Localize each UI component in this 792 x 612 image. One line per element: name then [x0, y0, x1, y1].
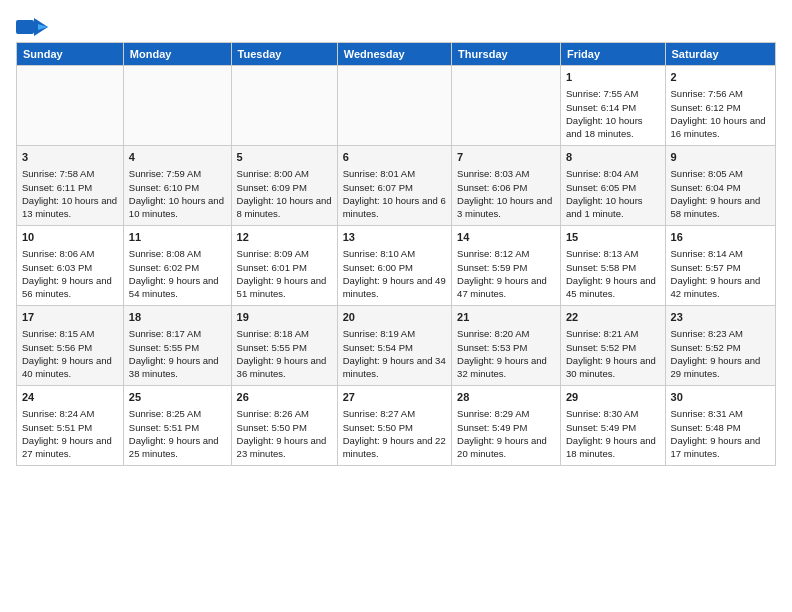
svg-rect-0: [16, 20, 34, 34]
day-info: Sunrise: 8:09 AM Sunset: 6:01 PM Dayligh…: [237, 247, 332, 300]
day-info: Sunrise: 8:20 AM Sunset: 5:53 PM Dayligh…: [457, 327, 555, 380]
day-info: Sunrise: 8:06 AM Sunset: 6:03 PM Dayligh…: [22, 247, 118, 300]
calendar-cell: 15Sunrise: 8:13 AM Sunset: 5:58 PM Dayli…: [560, 226, 665, 306]
calendar-header-monday: Monday: [123, 43, 231, 66]
logo: [16, 16, 50, 38]
day-info: Sunrise: 8:25 AM Sunset: 5:51 PM Dayligh…: [129, 407, 226, 460]
day-number: 13: [343, 230, 446, 245]
calendar-cell: 22Sunrise: 8:21 AM Sunset: 5:52 PM Dayli…: [560, 306, 665, 386]
day-number: 24: [22, 390, 118, 405]
calendar-cell: 16Sunrise: 8:14 AM Sunset: 5:57 PM Dayli…: [665, 226, 775, 306]
day-number: 1: [566, 70, 660, 85]
calendar-cell: [452, 66, 561, 146]
calendar-cell: [337, 66, 451, 146]
calendar-cell: 13Sunrise: 8:10 AM Sunset: 6:00 PM Dayli…: [337, 226, 451, 306]
day-info: Sunrise: 8:00 AM Sunset: 6:09 PM Dayligh…: [237, 167, 332, 220]
calendar-cell: 12Sunrise: 8:09 AM Sunset: 6:01 PM Dayli…: [231, 226, 337, 306]
day-number: 14: [457, 230, 555, 245]
calendar-header-thursday: Thursday: [452, 43, 561, 66]
day-info: Sunrise: 8:04 AM Sunset: 6:05 PM Dayligh…: [566, 167, 660, 220]
day-info: Sunrise: 8:24 AM Sunset: 5:51 PM Dayligh…: [22, 407, 118, 460]
day-number: 11: [129, 230, 226, 245]
calendar-cell: 27Sunrise: 8:27 AM Sunset: 5:50 PM Dayli…: [337, 386, 451, 466]
day-info: Sunrise: 8:12 AM Sunset: 5:59 PM Dayligh…: [457, 247, 555, 300]
calendar-cell: 8Sunrise: 8:04 AM Sunset: 6:05 PM Daylig…: [560, 146, 665, 226]
day-number: 8: [566, 150, 660, 165]
day-number: 23: [671, 310, 770, 325]
calendar-cell: 3Sunrise: 7:58 AM Sunset: 6:11 PM Daylig…: [17, 146, 124, 226]
day-info: Sunrise: 7:58 AM Sunset: 6:11 PM Dayligh…: [22, 167, 118, 220]
calendar-cell: 20Sunrise: 8:19 AM Sunset: 5:54 PM Dayli…: [337, 306, 451, 386]
calendar-cell: 11Sunrise: 8:08 AM Sunset: 6:02 PM Dayli…: [123, 226, 231, 306]
day-info: Sunrise: 8:03 AM Sunset: 6:06 PM Dayligh…: [457, 167, 555, 220]
day-number: 9: [671, 150, 770, 165]
calendar-cell: 19Sunrise: 8:18 AM Sunset: 5:55 PM Dayli…: [231, 306, 337, 386]
day-number: 5: [237, 150, 332, 165]
day-number: 6: [343, 150, 446, 165]
day-info: Sunrise: 7:56 AM Sunset: 6:12 PM Dayligh…: [671, 87, 770, 140]
day-info: Sunrise: 8:29 AM Sunset: 5:49 PM Dayligh…: [457, 407, 555, 460]
day-info: Sunrise: 7:59 AM Sunset: 6:10 PM Dayligh…: [129, 167, 226, 220]
calendar-cell: 26Sunrise: 8:26 AM Sunset: 5:50 PM Dayli…: [231, 386, 337, 466]
calendar-cell: [123, 66, 231, 146]
calendar-header-wednesday: Wednesday: [337, 43, 451, 66]
day-number: 7: [457, 150, 555, 165]
day-info: Sunrise: 8:13 AM Sunset: 5:58 PM Dayligh…: [566, 247, 660, 300]
day-number: 12: [237, 230, 332, 245]
calendar-header-sunday: Sunday: [17, 43, 124, 66]
day-number: 27: [343, 390, 446, 405]
day-info: Sunrise: 8:27 AM Sunset: 5:50 PM Dayligh…: [343, 407, 446, 460]
calendar-cell: 5Sunrise: 8:00 AM Sunset: 6:09 PM Daylig…: [231, 146, 337, 226]
day-info: Sunrise: 8:05 AM Sunset: 6:04 PM Dayligh…: [671, 167, 770, 220]
day-info: Sunrise: 8:15 AM Sunset: 5:56 PM Dayligh…: [22, 327, 118, 380]
day-number: 29: [566, 390, 660, 405]
calendar-cell: 4Sunrise: 7:59 AM Sunset: 6:10 PM Daylig…: [123, 146, 231, 226]
day-number: 26: [237, 390, 332, 405]
calendar-cell: [17, 66, 124, 146]
calendar-cell: 24Sunrise: 8:24 AM Sunset: 5:51 PM Dayli…: [17, 386, 124, 466]
day-number: 19: [237, 310, 332, 325]
day-info: Sunrise: 8:14 AM Sunset: 5:57 PM Dayligh…: [671, 247, 770, 300]
calendar-cell: [231, 66, 337, 146]
day-info: Sunrise: 8:08 AM Sunset: 6:02 PM Dayligh…: [129, 247, 226, 300]
calendar-week-2: 3Sunrise: 7:58 AM Sunset: 6:11 PM Daylig…: [17, 146, 776, 226]
calendar-week-1: 1Sunrise: 7:55 AM Sunset: 6:14 PM Daylig…: [17, 66, 776, 146]
day-number: 22: [566, 310, 660, 325]
day-info: Sunrise: 8:23 AM Sunset: 5:52 PM Dayligh…: [671, 327, 770, 380]
calendar-cell: 10Sunrise: 8:06 AM Sunset: 6:03 PM Dayli…: [17, 226, 124, 306]
day-info: Sunrise: 8:18 AM Sunset: 5:55 PM Dayligh…: [237, 327, 332, 380]
day-number: 4: [129, 150, 226, 165]
calendar-cell: 14Sunrise: 8:12 AM Sunset: 5:59 PM Dayli…: [452, 226, 561, 306]
calendar-week-5: 24Sunrise: 8:24 AM Sunset: 5:51 PM Dayli…: [17, 386, 776, 466]
day-info: Sunrise: 8:30 AM Sunset: 5:49 PM Dayligh…: [566, 407, 660, 460]
calendar-header-tuesday: Tuesday: [231, 43, 337, 66]
calendar-cell: 7Sunrise: 8:03 AM Sunset: 6:06 PM Daylig…: [452, 146, 561, 226]
day-info: Sunrise: 8:26 AM Sunset: 5:50 PM Dayligh…: [237, 407, 332, 460]
calendar-header-friday: Friday: [560, 43, 665, 66]
day-number: 15: [566, 230, 660, 245]
day-number: 18: [129, 310, 226, 325]
calendar-cell: 21Sunrise: 8:20 AM Sunset: 5:53 PM Dayli…: [452, 306, 561, 386]
calendar-week-3: 10Sunrise: 8:06 AM Sunset: 6:03 PM Dayli…: [17, 226, 776, 306]
calendar-cell: 6Sunrise: 8:01 AM Sunset: 6:07 PM Daylig…: [337, 146, 451, 226]
calendar-cell: 25Sunrise: 8:25 AM Sunset: 5:51 PM Dayli…: [123, 386, 231, 466]
day-number: 16: [671, 230, 770, 245]
calendar-cell: 18Sunrise: 8:17 AM Sunset: 5:55 PM Dayli…: [123, 306, 231, 386]
calendar-cell: 17Sunrise: 8:15 AM Sunset: 5:56 PM Dayli…: [17, 306, 124, 386]
day-info: Sunrise: 8:31 AM Sunset: 5:48 PM Dayligh…: [671, 407, 770, 460]
day-info: Sunrise: 8:21 AM Sunset: 5:52 PM Dayligh…: [566, 327, 660, 380]
day-number: 2: [671, 70, 770, 85]
logo-icon: [16, 16, 48, 38]
calendar-cell: 23Sunrise: 8:23 AM Sunset: 5:52 PM Dayli…: [665, 306, 775, 386]
calendar-week-4: 17Sunrise: 8:15 AM Sunset: 5:56 PM Dayli…: [17, 306, 776, 386]
day-number: 25: [129, 390, 226, 405]
day-info: Sunrise: 8:01 AM Sunset: 6:07 PM Dayligh…: [343, 167, 446, 220]
day-number: 20: [343, 310, 446, 325]
day-info: Sunrise: 8:19 AM Sunset: 5:54 PM Dayligh…: [343, 327, 446, 380]
day-number: 28: [457, 390, 555, 405]
day-number: 21: [457, 310, 555, 325]
day-number: 10: [22, 230, 118, 245]
day-info: Sunrise: 7:55 AM Sunset: 6:14 PM Dayligh…: [566, 87, 660, 140]
calendar-cell: 28Sunrise: 8:29 AM Sunset: 5:49 PM Dayli…: [452, 386, 561, 466]
calendar-cell: 1Sunrise: 7:55 AM Sunset: 6:14 PM Daylig…: [560, 66, 665, 146]
